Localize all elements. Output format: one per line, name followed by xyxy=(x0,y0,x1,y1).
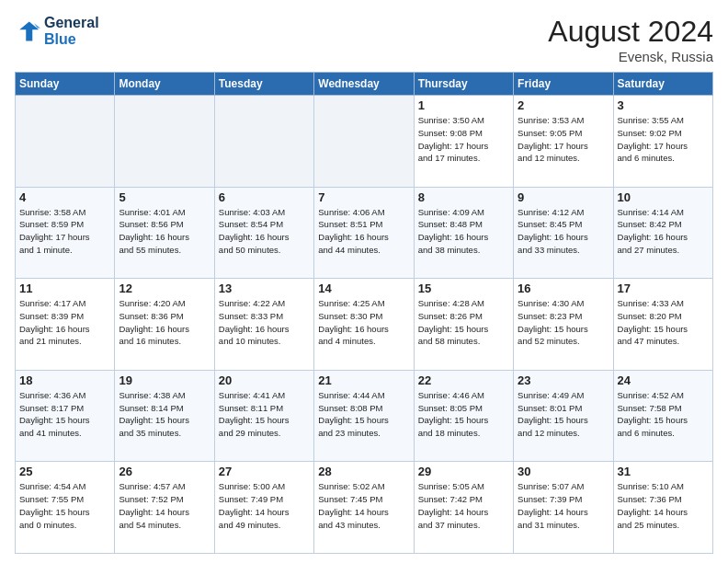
day-number: 5 xyxy=(119,190,210,204)
day-info: Sunrise: 4:38 AM Sunset: 8:14 PM Dayligh… xyxy=(119,389,210,440)
table-cell: 8Sunrise: 4:09 AM Sunset: 8:48 PM Daylig… xyxy=(414,187,513,279)
day-info: Sunrise: 5:02 AM Sunset: 7:45 PM Dayligh… xyxy=(318,480,409,531)
day-number: 16 xyxy=(518,282,609,295)
col-wednesday: Wednesday xyxy=(314,73,414,96)
day-number: 14 xyxy=(318,282,409,295)
day-number: 3 xyxy=(618,98,709,112)
svg-marker-0 xyxy=(19,22,39,41)
day-info: Sunrise: 4:14 AM Sunset: 8:42 PM Dayligh… xyxy=(618,206,709,257)
table-cell xyxy=(115,96,214,188)
table-cell: 20Sunrise: 4:41 AM Sunset: 8:11 PM Dayli… xyxy=(214,370,313,462)
table-cell: 16Sunrise: 4:30 AM Sunset: 8:23 PM Dayli… xyxy=(514,279,613,371)
col-saturday: Saturday xyxy=(613,73,712,96)
day-number: 9 xyxy=(518,190,609,204)
day-info: Sunrise: 4:49 AM Sunset: 8:01 PM Dayligh… xyxy=(518,389,609,440)
day-number: 11 xyxy=(19,282,110,295)
table-cell: 13Sunrise: 4:22 AM Sunset: 8:33 PM Dayli… xyxy=(214,279,313,371)
day-number: 26 xyxy=(119,465,210,478)
day-number: 29 xyxy=(418,465,509,478)
table-cell: 4Sunrise: 3:58 AM Sunset: 8:59 PM Daylig… xyxy=(16,187,115,279)
day-info: Sunrise: 4:46 AM Sunset: 8:05 PM Dayligh… xyxy=(418,389,509,440)
day-number: 7 xyxy=(318,190,409,204)
col-thursday: Thursday xyxy=(414,73,513,96)
day-number: 2 xyxy=(518,98,609,112)
day-info: Sunrise: 5:05 AM Sunset: 7:42 PM Dayligh… xyxy=(418,480,509,531)
table-cell: 14Sunrise: 4:25 AM Sunset: 8:30 PM Dayli… xyxy=(314,279,414,371)
table-cell: 10Sunrise: 4:14 AM Sunset: 8:42 PM Dayli… xyxy=(613,187,712,279)
table-cell: 29Sunrise: 5:05 AM Sunset: 7:42 PM Dayli… xyxy=(414,462,513,554)
table-cell: 21Sunrise: 4:44 AM Sunset: 8:08 PM Dayli… xyxy=(314,370,414,462)
day-info: Sunrise: 4:30 AM Sunset: 8:23 PM Dayligh… xyxy=(518,297,609,348)
table-cell: 11Sunrise: 4:17 AM Sunset: 8:39 PM Dayli… xyxy=(16,279,115,371)
day-number: 12 xyxy=(119,282,210,295)
day-info: Sunrise: 3:53 AM Sunset: 9:05 PM Dayligh… xyxy=(518,114,609,165)
day-number: 28 xyxy=(318,465,409,478)
day-number: 17 xyxy=(618,282,709,295)
day-number: 21 xyxy=(318,373,409,387)
day-number: 18 xyxy=(19,373,110,387)
table-cell: 5Sunrise: 4:01 AM Sunset: 8:56 PM Daylig… xyxy=(115,187,214,279)
day-number: 23 xyxy=(518,373,609,387)
logo-text: General Blue xyxy=(44,15,99,48)
day-info: Sunrise: 3:50 AM Sunset: 9:08 PM Dayligh… xyxy=(418,114,509,165)
month-year: August 2024 xyxy=(548,15,713,49)
day-info: Sunrise: 4:22 AM Sunset: 8:33 PM Dayligh… xyxy=(219,297,310,348)
day-info: Sunrise: 4:20 AM Sunset: 8:36 PM Dayligh… xyxy=(119,297,210,348)
day-info: Sunrise: 4:01 AM Sunset: 8:56 PM Dayligh… xyxy=(119,206,210,257)
table-cell xyxy=(16,96,115,188)
table-cell: 9Sunrise: 4:12 AM Sunset: 8:45 PM Daylig… xyxy=(514,187,613,279)
calendar-header-row: Sunday Monday Tuesday Wednesday Thursday… xyxy=(16,73,713,96)
day-number: 25 xyxy=(19,465,110,478)
week-row-2: 4Sunrise: 3:58 AM Sunset: 8:59 PM Daylig… xyxy=(16,187,713,279)
day-number: 8 xyxy=(418,190,509,204)
day-info: Sunrise: 4:09 AM Sunset: 8:48 PM Dayligh… xyxy=(418,206,509,257)
day-info: Sunrise: 5:00 AM Sunset: 7:49 PM Dayligh… xyxy=(219,480,310,531)
day-info: Sunrise: 5:10 AM Sunset: 7:36 PM Dayligh… xyxy=(618,480,709,531)
table-cell xyxy=(214,96,313,188)
table-cell: 17Sunrise: 4:33 AM Sunset: 8:20 PM Dayli… xyxy=(613,279,712,371)
calendar-page: General Blue August 2024 Evensk, Russia … xyxy=(0,0,728,563)
table-cell: 15Sunrise: 4:28 AM Sunset: 8:26 PM Dayli… xyxy=(414,279,513,371)
col-monday: Monday xyxy=(115,73,214,96)
day-number: 15 xyxy=(418,282,509,295)
col-tuesday: Tuesday xyxy=(214,73,313,96)
title-block: August 2024 Evensk, Russia xyxy=(548,15,713,64)
table-cell: 7Sunrise: 4:06 AM Sunset: 8:51 PM Daylig… xyxy=(314,187,414,279)
table-cell: 23Sunrise: 4:49 AM Sunset: 8:01 PM Dayli… xyxy=(514,370,613,462)
day-info: Sunrise: 4:25 AM Sunset: 8:30 PM Dayligh… xyxy=(318,297,409,348)
table-cell: 2Sunrise: 3:53 AM Sunset: 9:05 PM Daylig… xyxy=(514,96,613,188)
table-cell: 26Sunrise: 4:57 AM Sunset: 7:52 PM Dayli… xyxy=(115,462,214,554)
table-cell: 18Sunrise: 4:36 AM Sunset: 8:17 PM Dayli… xyxy=(16,370,115,462)
table-cell: 3Sunrise: 3:55 AM Sunset: 9:02 PM Daylig… xyxy=(613,96,712,188)
table-cell: 24Sunrise: 4:52 AM Sunset: 7:58 PM Dayli… xyxy=(613,370,712,462)
day-number: 24 xyxy=(618,373,709,387)
day-info: Sunrise: 4:44 AM Sunset: 8:08 PM Dayligh… xyxy=(318,389,409,440)
week-row-4: 18Sunrise: 4:36 AM Sunset: 8:17 PM Dayli… xyxy=(16,370,713,462)
day-number: 20 xyxy=(219,373,310,387)
week-row-3: 11Sunrise: 4:17 AM Sunset: 8:39 PM Dayli… xyxy=(16,279,713,371)
day-info: Sunrise: 3:55 AM Sunset: 9:02 PM Dayligh… xyxy=(618,114,709,165)
logo-icon xyxy=(15,18,40,44)
logo: General Blue xyxy=(15,15,99,48)
table-cell: 22Sunrise: 4:46 AM Sunset: 8:05 PM Dayli… xyxy=(414,370,513,462)
table-cell: 6Sunrise: 4:03 AM Sunset: 8:54 PM Daylig… xyxy=(214,187,313,279)
day-number: 4 xyxy=(19,190,110,204)
day-info: Sunrise: 4:28 AM Sunset: 8:26 PM Dayligh… xyxy=(418,297,509,348)
table-cell: 1Sunrise: 3:50 AM Sunset: 9:08 PM Daylig… xyxy=(414,96,513,188)
day-info: Sunrise: 4:33 AM Sunset: 8:20 PM Dayligh… xyxy=(618,297,709,348)
day-info: Sunrise: 4:06 AM Sunset: 8:51 PM Dayligh… xyxy=(318,206,409,257)
table-cell: 27Sunrise: 5:00 AM Sunset: 7:49 PM Dayli… xyxy=(214,462,313,554)
day-number: 30 xyxy=(518,465,609,478)
day-info: Sunrise: 5:07 AM Sunset: 7:39 PM Dayligh… xyxy=(518,480,609,531)
day-info: Sunrise: 4:03 AM Sunset: 8:54 PM Dayligh… xyxy=(219,206,310,257)
day-number: 27 xyxy=(219,465,310,478)
day-info: Sunrise: 4:36 AM Sunset: 8:17 PM Dayligh… xyxy=(19,389,110,440)
table-cell: 19Sunrise: 4:38 AM Sunset: 8:14 PM Dayli… xyxy=(115,370,214,462)
table-cell: 25Sunrise: 4:54 AM Sunset: 7:55 PM Dayli… xyxy=(16,462,115,554)
day-number: 6 xyxy=(219,190,310,204)
table-cell: 31Sunrise: 5:10 AM Sunset: 7:36 PM Dayli… xyxy=(613,462,712,554)
day-info: Sunrise: 4:54 AM Sunset: 7:55 PM Dayligh… xyxy=(19,480,110,531)
table-cell: 12Sunrise: 4:20 AM Sunset: 8:36 PM Dayli… xyxy=(115,279,214,371)
day-number: 1 xyxy=(418,98,509,112)
day-number: 31 xyxy=(618,465,709,478)
